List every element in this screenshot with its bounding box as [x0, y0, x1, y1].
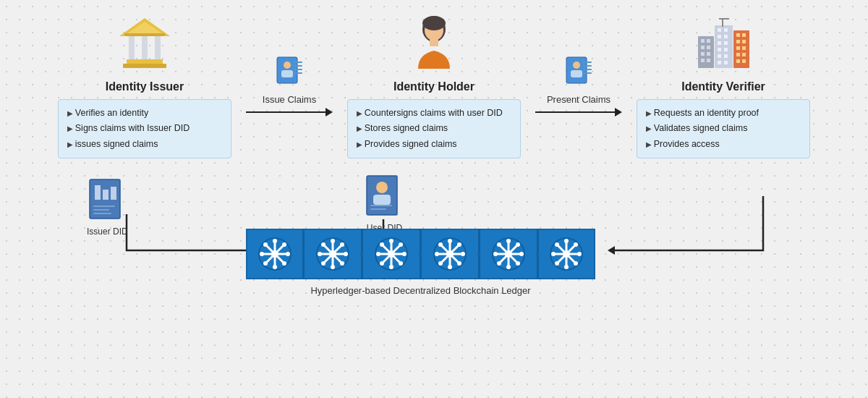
svg-point-117 — [399, 242, 403, 247]
svg-point-157 — [555, 242, 559, 247]
svg-point-9 — [284, 62, 291, 69]
svg-rect-25 — [583, 72, 592, 74]
svg-rect-1 — [127, 59, 163, 64]
svg-rect-30 — [707, 46, 710, 49]
ledger-blocks — [246, 229, 595, 279]
issue-doc-icon — [273, 56, 306, 91]
svg-rect-35 — [715, 25, 733, 68]
svg-rect-32 — [707, 52, 710, 56]
present-arrow — [535, 108, 622, 117]
svg-point-89 — [282, 242, 286, 247]
svg-point-83 — [273, 239, 277, 243]
svg-marker-64 — [608, 246, 615, 255]
verifier-icon — [694, 11, 752, 76]
svg-point-102 — [340, 261, 344, 266]
svg-rect-34 — [707, 59, 710, 62]
actor-holder: Identity Holder Countersigns claims with… — [340, 11, 528, 158]
svg-point-87 — [263, 242, 268, 247]
ledger-block-4 — [422, 229, 478, 279]
svg-point-86 — [286, 252, 290, 256]
svg-point-160 — [555, 261, 559, 266]
svg-point-138 — [505, 250, 512, 258]
present-arrow-label: Present Claims — [547, 94, 610, 105]
svg-rect-53 — [736, 46, 740, 50]
verifier-item-1: Requests an identity proof — [646, 106, 801, 121]
svg-point-101 — [321, 242, 326, 247]
svg-point-97 — [331, 239, 335, 243]
svg-point-129 — [438, 242, 443, 247]
issuer-item-3: issues signed claims — [67, 137, 222, 152]
svg-rect-27 — [701, 39, 705, 43]
svg-rect-57 — [736, 59, 740, 63]
svg-rect-74 — [373, 195, 391, 205]
svg-point-110 — [388, 250, 395, 258]
svg-point-128 — [461, 252, 465, 256]
svg-rect-29 — [701, 46, 705, 49]
svg-rect-39 — [724, 35, 728, 38]
svg-point-82 — [271, 250, 278, 258]
holder-item-2: Stores signed claims — [357, 121, 511, 136]
actor-verifier: Identity Verifier Requests an identity p… — [629, 11, 817, 158]
svg-point-144 — [516, 261, 520, 266]
svg-rect-12 — [294, 65, 302, 67]
svg-point-88 — [282, 261, 286, 266]
svg-point-139 — [506, 239, 511, 243]
svg-point-127 — [435, 252, 439, 256]
svg-rect-51 — [736, 40, 740, 43]
holder-icon — [407, 11, 461, 76]
svg-rect-2 — [129, 36, 135, 59]
svg-point-98 — [331, 265, 335, 269]
arrow-present: Present Claims — [528, 52, 629, 117]
issuer-box: Verifies an identity Signs claims with I… — [58, 99, 231, 158]
svg-point-84 — [273, 265, 277, 269]
svg-point-155 — [551, 252, 556, 256]
svg-point-103 — [340, 242, 344, 247]
svg-rect-48 — [733, 30, 749, 68]
ledger-block-1 — [246, 229, 302, 279]
svg-point-159 — [574, 242, 578, 247]
svg-point-115 — [380, 242, 384, 247]
svg-point-20 — [573, 62, 580, 69]
bottom-row: Issuer DID User DID — [0, 174, 868, 287]
svg-point-140 — [506, 265, 511, 269]
svg-rect-60 — [719, 18, 729, 20]
svg-rect-41 — [724, 41, 728, 45]
svg-point-145 — [516, 242, 520, 247]
svg-rect-26 — [698, 36, 714, 68]
svg-rect-40 — [718, 41, 721, 45]
ledger-block-6 — [539, 229, 595, 279]
issue-arrow-label: Issue Claims — [263, 94, 316, 105]
svg-rect-43 — [724, 48, 728, 51]
svg-point-111 — [389, 239, 393, 243]
svg-rect-33 — [701, 59, 705, 62]
svg-point-90 — [263, 261, 268, 266]
svg-point-96 — [329, 250, 336, 258]
diagram-container: Identity Issuer Verifies an identity Sig… — [0, 0, 868, 398]
issuer-item-2: Signs claims with Issuer DID — [67, 121, 222, 136]
svg-rect-7 — [124, 33, 165, 36]
svg-rect-42 — [718, 48, 721, 51]
svg-rect-23 — [583, 65, 592, 67]
verifier-item-2: Validates signed claims — [646, 121, 801, 136]
ledger-block-2 — [305, 229, 361, 279]
svg-rect-18 — [430, 39, 438, 46]
holder-title: Identity Holder — [393, 80, 475, 93]
svg-rect-66 — [95, 185, 101, 200]
svg-rect-49 — [736, 33, 740, 37]
svg-rect-69 — [93, 206, 115, 207]
svg-point-146 — [497, 261, 501, 266]
svg-point-131 — [457, 242, 461, 247]
svg-point-99 — [318, 252, 322, 256]
svg-rect-68 — [111, 187, 116, 200]
svg-rect-11 — [294, 62, 302, 63]
svg-point-152 — [563, 250, 570, 258]
svg-rect-4 — [155, 36, 161, 59]
svg-rect-14 — [294, 72, 302, 74]
issuer-did-label: Issuer DID — [87, 226, 128, 237]
svg-rect-45 — [724, 54, 728, 58]
svg-point-17 — [422, 16, 446, 30]
issuer-title: Identity Issuer — [106, 80, 184, 93]
svg-rect-31 — [701, 52, 705, 56]
svg-rect-58 — [742, 59, 746, 63]
svg-point-100 — [344, 252, 348, 256]
